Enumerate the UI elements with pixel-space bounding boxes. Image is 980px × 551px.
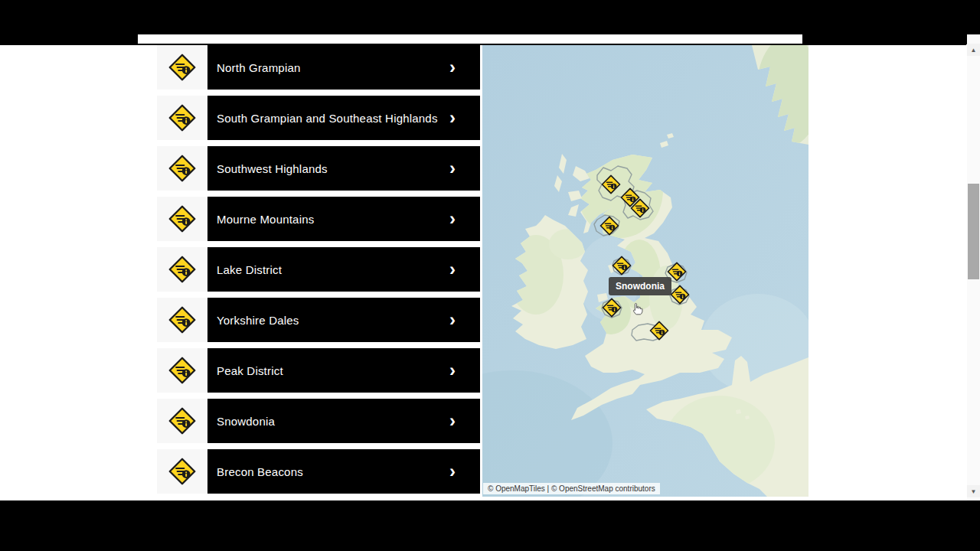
region-label: Peak District bbox=[217, 364, 283, 377]
warning-marker[interactable] bbox=[599, 216, 620, 240]
map-attribution[interactable]: © OpenMapTiles | © OpenStreetMap contrib… bbox=[483, 483, 660, 494]
letterbox-top bbox=[0, 0, 980, 34]
chevron-right-icon: › bbox=[449, 311, 456, 329]
warning-icon bbox=[157, 449, 207, 494]
chevron-right-icon: › bbox=[449, 210, 456, 228]
chevron-right-icon: › bbox=[449, 58, 456, 77]
region-label: South Grampian and Southeast Highlands bbox=[217, 112, 438, 125]
chevron-right-icon: › bbox=[449, 260, 456, 279]
warning-marker[interactable] bbox=[670, 285, 691, 308]
region-row-lake-district[interactable]: Lake District › bbox=[157, 247, 480, 292]
hand-cursor-icon bbox=[631, 302, 645, 319]
warning-icon bbox=[157, 399, 207, 443]
scroll-down-button[interactable]: ▼ bbox=[967, 485, 980, 497]
uk-warnings-map[interactable]: Snowdonia © OpenMapTiles | © OpenStreetM… bbox=[482, 45, 808, 497]
uk-basemap bbox=[482, 45, 808, 497]
warning-icon bbox=[157, 348, 207, 393]
region-label: Yorkshire Dales bbox=[217, 314, 299, 327]
chevron-right-icon: › bbox=[449, 462, 456, 481]
warning-icon bbox=[157, 45, 207, 90]
region-label: Brecon Beacons bbox=[217, 465, 303, 478]
chevron-right-icon: › bbox=[449, 109, 456, 127]
map-tooltip: Snowdonia bbox=[609, 277, 671, 295]
warning-marker[interactable] bbox=[601, 174, 622, 198]
letterbox-bottom bbox=[0, 500, 980, 551]
region-row-mourne-mountains[interactable]: Mourne Mountains › bbox=[157, 197, 480, 241]
region-row-south-grampian[interactable]: South Grampian and Southeast Highlands › bbox=[157, 96, 480, 140]
warning-icon bbox=[157, 197, 207, 241]
chevron-right-icon: › bbox=[449, 159, 456, 178]
region-row-peak-district[interactable]: Peak District › bbox=[157, 348, 480, 393]
chevron-right-icon: › bbox=[449, 412, 456, 430]
mountain-region-list: North Grampian › South Grampian and Sout… bbox=[157, 45, 480, 500]
warning-icon bbox=[157, 298, 207, 342]
region-label: Mourne Mountains bbox=[217, 213, 314, 226]
region-row-southwest-highlands[interactable]: Southwest Highlands › bbox=[157, 146, 480, 191]
page: North Grampian › South Grampian and Sout… bbox=[0, 0, 980, 551]
scrollbar[interactable]: ▲ ▼ bbox=[967, 34, 980, 501]
warning-icon bbox=[157, 96, 207, 140]
region-label: North Grampian bbox=[217, 61, 301, 74]
region-row-north-grampian[interactable]: North Grampian › bbox=[157, 45, 480, 90]
scrollbar-thumb[interactable] bbox=[968, 184, 979, 279]
region-label: Southwest Highlands bbox=[217, 162, 328, 175]
chevron-right-icon: › bbox=[449, 361, 456, 380]
region-row-snowdonia[interactable]: Snowdonia › bbox=[157, 399, 480, 443]
warning-marker[interactable] bbox=[612, 256, 632, 279]
region-row-brecon-beacons[interactable]: Brecon Beacons › bbox=[157, 449, 480, 494]
scroll-up-button[interactable]: ▲ bbox=[967, 44, 980, 56]
warning-marker[interactable] bbox=[649, 321, 670, 344]
warning-marker[interactable] bbox=[602, 298, 622, 321]
warning-icon bbox=[157, 247, 207, 292]
region-label: Snowdonia bbox=[217, 415, 275, 428]
region-row-yorkshire-dales[interactable]: Yorkshire Dales › bbox=[157, 298, 480, 342]
warning-icon bbox=[157, 146, 207, 191]
region-label: Lake District bbox=[217, 263, 282, 276]
warning-marker[interactable] bbox=[630, 198, 651, 222]
